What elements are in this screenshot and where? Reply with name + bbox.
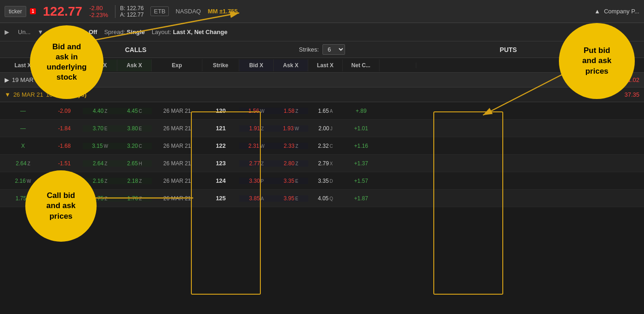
table-row[interactable]: — -1.84 3.70E 3.80E 26 MAR 21121 1.91Z 1…: [0, 120, 644, 137]
exchange-label: NASDAQ: [176, 8, 201, 15]
layout-control[interactable]: Layout: Last X, Net Change: [152, 29, 228, 35]
callout-call: Call bid and ask prices: [25, 170, 97, 242]
company-section: ▲ Company P...: [594, 8, 639, 15]
mar26-date: 26 MAR 21: [13, 91, 43, 98]
col-put-net-c[interactable]: Net C...: [343, 59, 380, 71]
price-change: -2.80 -2.23%: [89, 5, 108, 18]
mar26-right-val: 37.35: [624, 91, 639, 98]
callout-underlying: Bid and ask in underlying stock: [30, 25, 104, 99]
price-change-value: -2.80: [89, 5, 103, 12]
expiry-mar26[interactable]: ▼ 26 MAR 21 100 (Weeklys) 37.35: [0, 87, 644, 102]
col-put-ask-x[interactable]: Ask X: [274, 59, 308, 71]
col-empty: [380, 63, 416, 68]
bid-ask-display: B: 122.76 A: 122.77: [115, 5, 144, 18]
upload-icon: ▲: [594, 8, 600, 15]
mar19-chevron: ▶: [5, 76, 9, 83]
bid-price: B: 122.76: [120, 5, 144, 12]
strikes-control: Strikes: 6 4 8 10 All: [271, 44, 373, 55]
mm-badge: MM ±1.755: [208, 8, 238, 15]
col-exp[interactable]: Exp: [152, 59, 202, 71]
col-put-bid-x[interactable]: Bid X: [239, 59, 274, 71]
table-row[interactable]: — -2.09 4.40Z 4.45C 26 MAR 21120 1.56W 1…: [0, 102, 644, 120]
current-price: 122.77: [43, 4, 82, 19]
company-label: Company P...: [604, 8, 639, 15]
ask-price: A: 122.77: [120, 12, 144, 18]
ticker-input[interactable]: ticker: [5, 6, 26, 17]
price-change-percent: -2.23%: [89, 12, 108, 18]
table-row[interactable]: 2.16W -1.23 2.16Z 2.18Z 26 MAR 21124 3.3…: [0, 172, 644, 190]
col-ask-x[interactable]: Ask X: [117, 59, 152, 71]
strikes-select[interactable]: 6 4 8 10 All: [322, 44, 345, 55]
notification-badge: 1: [30, 8, 36, 14]
table-row[interactable]: 1.75C -1.16 1.75Z 1.76Z 26 MAR 21125 3.8…: [0, 190, 644, 207]
toolbar: ▶ Un... ▼ Op... Filter: Off Spread: Sing…: [0, 23, 644, 41]
table-row[interactable]: X -1.68 3.15W 3.20C 26 MAR 21122 2.31W 2…: [0, 137, 644, 155]
top-bar: ticker 1 122.77 -2.80 -2.23% B: 122.76 A…: [0, 0, 644, 23]
ticker-section: ticker 1: [5, 6, 36, 17]
underlying-label: Un...: [18, 29, 30, 35]
spread-control[interactable]: Spread: Single: [104, 29, 144, 35]
options-chain-table: — -2.09 4.40Z 4.45C 26 MAR 21120 1.56W 1…: [0, 102, 644, 207]
table-row[interactable]: 2.64Z -1.51 2.64Z 2.65H 26 MAR 21123 2.7…: [0, 155, 644, 172]
expand-arrow[interactable]: ▶: [5, 29, 9, 35]
etb-badge: ETB: [150, 6, 168, 16]
col-strike[interactable]: Strike: [202, 59, 239, 71]
mar26-chevron: ▼: [5, 91, 11, 98]
col-put-last-x[interactable]: Last X: [308, 59, 343, 71]
callout-put: Put bid and ask prices: [559, 23, 635, 99]
